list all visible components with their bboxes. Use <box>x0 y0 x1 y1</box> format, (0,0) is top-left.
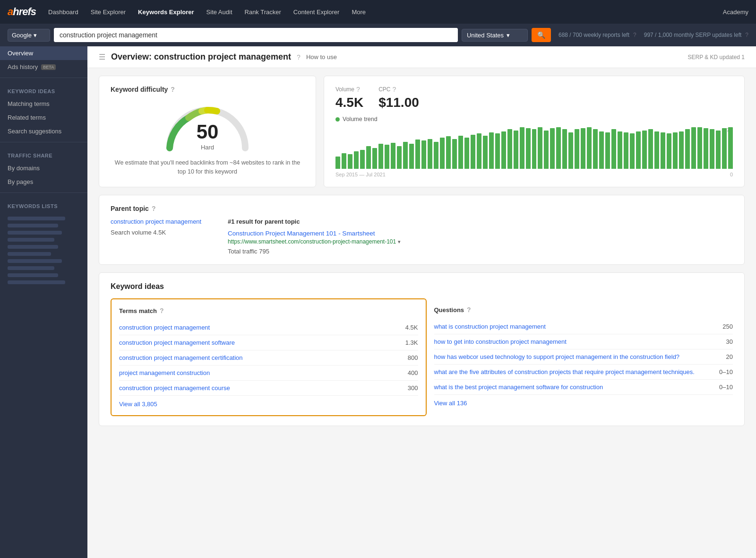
kw-list-item <box>8 252 51 256</box>
engine-label: Google <box>12 32 32 39</box>
chart-bar <box>415 140 420 169</box>
chevron-url-icon[interactable]: ▾ <box>398 239 401 244</box>
chart-bar <box>464 138 469 169</box>
logo[interactable]: ahrefs <box>8 6 36 18</box>
nav-more[interactable]: More <box>347 6 370 18</box>
ads-history-badge: BETA <box>41 64 56 70</box>
nav-keywords-explorer[interactable]: Keywords Explorer <box>133 6 199 18</box>
chart-bar <box>636 131 641 169</box>
sidebar-matching-terms[interactable]: Matching terms <box>0 97 87 111</box>
search-input-wrap <box>54 28 458 42</box>
sidebar-search-suggestions[interactable]: Search suggestions <box>0 124 87 138</box>
terms-match-keyword[interactable]: construction project management software <box>119 339 235 346</box>
kd-description: We estimate that you'll need backlinks f… <box>111 158 304 176</box>
chart-bar <box>562 129 567 169</box>
kw-list-item <box>8 266 54 270</box>
terms-match-keyword[interactable]: construction project management course <box>119 384 230 392</box>
cpc-help-icon[interactable]: ? <box>393 86 396 93</box>
terms-match-help-icon[interactable]: ? <box>160 307 164 314</box>
chevron-down-icon-country: ▾ <box>507 32 510 39</box>
engine-select[interactable]: Google ▾ <box>8 29 50 42</box>
question-volume: 20 <box>726 353 733 360</box>
chart-bar <box>483 136 488 169</box>
terms-match-row: project management construction400 <box>119 366 418 381</box>
chart-bar <box>348 154 352 169</box>
terms-match-view-all[interactable]: View all 3,805 <box>119 401 418 408</box>
how-to-use-link[interactable]: How to use <box>306 53 337 61</box>
volume-help-icon[interactable]: ? <box>356 86 360 93</box>
volume-trend: Volume trend <box>335 116 733 122</box>
question-keyword[interactable]: what is the best project management soft… <box>434 384 714 391</box>
page-header: ☰ Overview: construction project managem… <box>87 46 756 68</box>
top-row: Keyword difficulty ? <box>99 76 745 187</box>
kw-list-item <box>8 259 62 263</box>
kw-ideas-card: Keyword ideas Terms match ? construction… <box>99 272 745 426</box>
chart-bar <box>428 139 432 169</box>
question-keyword[interactable]: what are the five attributes of construc… <box>434 368 714 375</box>
chart-bar <box>685 129 690 169</box>
chart-bar <box>342 153 346 169</box>
chart-bar <box>550 128 555 169</box>
question-keyword[interactable]: what is construction project management <box>434 323 717 330</box>
main-content: ☰ Overview: construction project managem… <box>87 46 756 558</box>
nav-rank-tracker[interactable]: Rank Tracker <box>240 6 286 18</box>
nav-content-explorer[interactable]: Content Explorer <box>289 6 344 18</box>
result-traffic: Total traffic 795 <box>228 248 401 255</box>
chart-bar <box>397 146 402 169</box>
hamburger-icon[interactable]: ☰ <box>99 52 105 61</box>
page-help-icon[interactable]: ? <box>297 53 301 61</box>
parent-topic-link[interactable]: construction project management <box>111 218 201 225</box>
sidebar-by-pages[interactable]: By pages <box>0 175 87 189</box>
questions-row: how has webcor used technology to suppor… <box>434 349 733 365</box>
chart-bar <box>507 129 512 169</box>
questions-row: what is construction project management2… <box>434 319 733 334</box>
search-button[interactable]: 🔍 <box>532 28 551 42</box>
sidebar-overview[interactable]: Overview <box>0 46 87 60</box>
chart-bar <box>372 148 377 169</box>
nav-academy[interactable]: Academy <box>723 9 748 16</box>
search-bar: Google ▾ United States ▾ 🔍 688 / 700 wee… <box>0 24 756 46</box>
help-icon-weekly: ? <box>633 32 636 38</box>
questions-row: what are the five attributes of construc… <box>434 365 733 380</box>
sidebar-matching-terms-label: Matching terms <box>8 100 50 107</box>
kd-help-icon[interactable]: ? <box>171 86 175 93</box>
sidebar: Overview Ads history BETA Keyword ideas … <box>0 46 87 558</box>
country-select[interactable]: United States ▾ <box>462 29 528 42</box>
chart-bar <box>556 127 561 169</box>
question-volume: 0–10 <box>719 368 733 375</box>
chart-bar <box>538 127 542 169</box>
chart-bar <box>434 142 438 169</box>
terms-match-row: construction project management course30… <box>119 381 418 396</box>
nav-site-audit[interactable]: Site Audit <box>202 6 237 18</box>
nav-dashboard[interactable]: Dashboard <box>43 6 83 18</box>
question-volume: 250 <box>722 323 733 330</box>
terms-match-keyword[interactable]: project management construction <box>119 369 210 376</box>
sidebar-divider-3 <box>0 192 87 193</box>
sidebar-ads-history[interactable]: Ads history BETA <box>0 60 87 74</box>
terms-match-keyword[interactable]: construction project management <box>119 324 210 331</box>
volume-metric: Volume ? 4.5K <box>335 86 363 110</box>
terms-match-row: construction project management software… <box>119 335 418 350</box>
question-keyword[interactable]: how has webcor used technology to suppor… <box>434 353 721 360</box>
questions-help-icon[interactable]: ? <box>467 306 471 314</box>
kw-lists-placeholder-area <box>0 212 87 292</box>
chart-bar <box>458 136 463 169</box>
search-icon: 🔍 <box>537 31 545 39</box>
parent-card-header: Parent topic ? <box>111 205 733 212</box>
chart-bar <box>440 138 445 169</box>
parent-help-icon[interactable]: ? <box>152 205 156 212</box>
terms-match-keyword[interactable]: construction project management certific… <box>119 354 243 361</box>
nav-site-explorer[interactable]: Site Explorer <box>86 6 130 18</box>
question-keyword[interactable]: how to get into construction project man… <box>434 338 721 345</box>
chart-bar <box>385 145 389 169</box>
sidebar-related-terms[interactable]: Related terms <box>0 111 87 124</box>
result-title-link[interactable]: Construction Project Management 101 - Sm… <box>228 230 375 237</box>
search-input[interactable] <box>54 28 458 42</box>
terms-match-volume: 300 <box>408 384 418 392</box>
chart-bar <box>501 131 506 169</box>
sidebar-by-domains[interactable]: By domains <box>0 161 87 175</box>
question-volume: 30 <box>726 338 733 345</box>
chart-bar <box>520 127 524 169</box>
questions-view-all[interactable]: View all 136 <box>434 400 733 407</box>
chart-bar <box>624 132 628 169</box>
